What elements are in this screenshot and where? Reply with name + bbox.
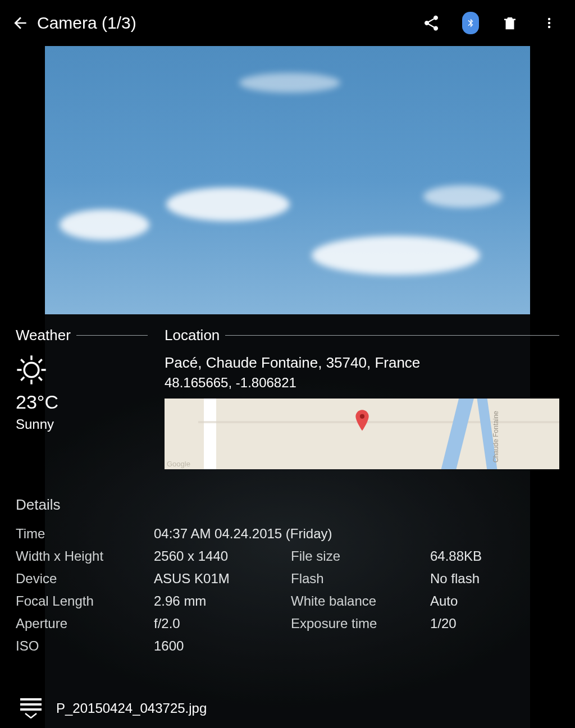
detail-value: 04:37 AM 04.24.2015 (Friday) [154,526,559,542]
map-watermark: Google [167,460,190,468]
detail-key: Time [16,526,154,542]
detail-value: 2.96 mm [154,593,291,609]
detail-value: 1/20 [430,616,559,631]
detail-key: Aperture [16,616,154,631]
detail-row: Width x Height2560 x 1440File size64.88K… [16,545,559,567]
app-bar: Camera (1/3) [0,0,575,46]
arrow-left-icon [11,14,29,32]
detail-value: No flash [430,571,559,587]
svg-line-10 [21,377,24,381]
sun-icon [16,354,148,386]
details-header: Details [16,496,559,514]
weather-section: Weather [16,327,148,469]
location-section: Location Pacé, Chaude Fontaine, 35740, F… [165,327,559,469]
details-section: Details Time 04:37 AM 04.24.2015 (Friday… [16,496,559,657]
detail-key: White balance [291,593,430,609]
map-pin-icon [354,410,370,432]
detail-key: Width x Height [16,548,154,564]
page-title: Camera (1/3) [37,13,418,33]
svg-point-3 [24,363,39,377]
location-coords: 48.165665, -1.806821 [165,375,559,391]
detail-value: 64.88KB [430,548,559,564]
weather-header: Weather [16,327,71,344]
filename-label: P_20150424_043725.jpg [56,700,207,716]
weather-condition: Sunny [16,416,148,432]
back-button[interactable] [7,10,34,36]
detail-row: Aperturef/2.0Exposure time1/20 [16,612,559,635]
location-header: Location [165,327,220,344]
detail-key: Flash [291,571,430,587]
chevron-down-icon [25,713,37,718]
detail-row: DeviceASUS K01MFlashNo flash [16,567,559,590]
detail-key: Focal Length [16,593,154,609]
photo-sky [45,46,530,315]
svg-point-2 [548,26,550,28]
filename-bar: P_20150424_043725.jpg [0,689,575,728]
svg-line-11 [39,359,42,363]
detail-value: f/2.0 [154,616,291,631]
share-button[interactable] [418,10,445,36]
svg-point-1 [548,22,550,24]
overflow-menu-button[interactable] [536,10,563,36]
trash-icon [501,14,518,32]
svg-point-0 [548,18,550,20]
share-icon [422,14,440,32]
detail-value: 2560 x 1440 [154,548,291,564]
info-panel: Weather [16,327,559,657]
map-street-label: Chaude Fontaine [492,411,500,463]
weather-temperature: 23°C [16,391,148,413]
detail-key: Device [16,571,154,587]
more-vert-icon [542,14,556,32]
bluetooth-icon [466,15,476,31]
detail-key: File size [291,548,430,564]
svg-point-12 [359,414,364,419]
detail-row: ISO1600 [16,635,559,657]
drawer-handle[interactable] [20,698,42,718]
detail-value: 1600 [154,638,291,654]
detail-row-time: Time 04:37 AM 04.24.2015 (Friday) [16,523,559,545]
bluetooth-button[interactable] [457,10,484,36]
delete-button[interactable] [496,10,523,36]
detail-row: Focal Length2.96 mmWhite balanceAuto [16,590,559,612]
svg-line-8 [21,359,24,363]
detail-value: ASUS K01M [154,571,291,587]
detail-key: ISO [16,638,154,654]
svg-line-9 [39,377,42,381]
detail-key: Exposure time [291,616,430,631]
location-address: Pacé, Chaude Fontaine, 35740, France [165,354,559,372]
location-map[interactable]: Chaude Fontaine Google [165,399,559,469]
detail-value: Auto [430,593,559,609]
